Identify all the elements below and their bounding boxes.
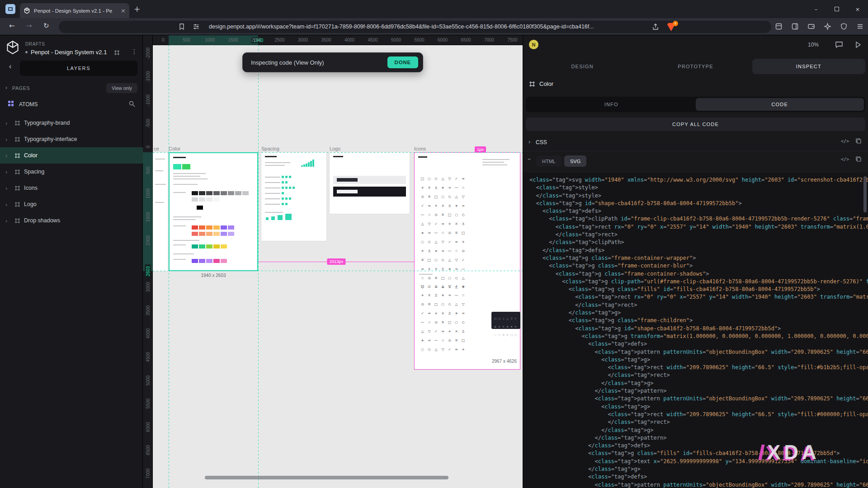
color-swatch <box>213 232 220 236</box>
frame-typography-partial[interactable] <box>153 152 168 271</box>
browser-menu-icon[interactable] <box>856 23 864 30</box>
bookmark-flag-icon[interactable] <box>178 23 185 30</box>
frame-logo[interactable] <box>330 152 410 214</box>
code-line: <class="tag">g class="frame-container-wr… <box>529 254 868 262</box>
code-icon[interactable]: </> <box>841 139 849 144</box>
color-swatch <box>199 232 205 236</box>
tab-close-icon[interactable]: × <box>121 7 126 14</box>
h-ruler-tick: 1000 <box>205 38 215 42</box>
chevron-right-icon[interactable]: › <box>5 136 11 143</box>
v-ruler-tick: 6000 <box>146 422 151 432</box>
icon-specimen-grid: □○◇△▽✓≡+×±∗∞—☆⊙¤□○◇△▽✓≡+×±∗∞—☆⊙¤□○◇△▽✓≡+… <box>419 281 467 353</box>
url-field[interactable]: design.penpot.app/#/workspace?team-id=f1… <box>59 21 771 33</box>
page-row-atoms[interactable]: ATOMS <box>0 99 143 111</box>
stroke-width-badge: 1px <box>475 146 486 153</box>
code-icon[interactable]: </> <box>841 157 849 162</box>
board-icon[interactable] <box>114 50 120 56</box>
frame-label-logo[interactable]: Logo <box>330 146 340 151</box>
format-tab-html[interactable]: HTML <box>536 155 561 167</box>
privacy-shield-icon[interactable] <box>840 23 848 30</box>
frame-color[interactable] <box>169 152 258 271</box>
horizontal-scrollbar[interactable] <box>205 476 448 479</box>
chevron-right-icon[interactable]: › <box>528 138 530 145</box>
chevron-right-icon[interactable]: › <box>5 201 11 208</box>
chevron-right-icon[interactable]: › <box>5 152 11 159</box>
code-line: <class="tag">defs> <box>529 473 868 481</box>
collapse-sidebar-icon[interactable]: ‹ <box>9 62 11 70</box>
site-controls-icon[interactable] <box>193 23 200 30</box>
frame-label-spacing[interactable]: Spacing <box>261 146 279 151</box>
chevron-down-icon[interactable]: › <box>526 158 533 160</box>
layer-row-spacing[interactable]: ›Spacing <box>0 164 143 180</box>
wallet-icon[interactable] <box>807 23 815 30</box>
comments-icon[interactable] <box>835 41 843 49</box>
pages-label[interactable]: PAGES <box>12 85 30 91</box>
chevron-right-icon[interactable]: › <box>5 185 11 192</box>
color-swatch <box>192 197 198 202</box>
frame-label-icons[interactable]: Icons <box>414 146 426 151</box>
browser-navbar: ← → ↻ design.penpot.app/#/workspace?team… <box>0 18 868 35</box>
layer-row-logo[interactable]: ›Logo <box>0 196 143 212</box>
chevron-right-icon[interactable]: › <box>5 169 11 175</box>
copy-all-code-button[interactable]: COPY ALL CODE <box>526 117 865 131</box>
layer-row-icons[interactable]: ›Icons <box>0 180 143 196</box>
chevron-right-icon[interactable]: › <box>5 120 11 127</box>
browser-workspaces-icon[interactable] <box>5 4 15 14</box>
frame-icons[interactable]: □○◇△▽✓≡+×±∗∞—☆⊙¤□○◇△▽✓≡+×±∗∞—☆⊙¤□○◇△▽✓≡+… <box>414 152 520 370</box>
color-swatch <box>213 197 220 202</box>
copy-icon[interactable] <box>855 138 862 144</box>
sidebar-panel-icon[interactable] <box>791 23 799 30</box>
board-icon <box>14 202 20 207</box>
avatar[interactable]: N <box>529 40 538 49</box>
horizontal-ruler: 1940 05001000150020002500300035004000450… <box>143 35 523 45</box>
back-icon[interactable]: ← <box>9 22 15 30</box>
url-text[interactable]: design.penpot.app/#/workspace?team-id=f1… <box>209 23 594 30</box>
css-section-row[interactable]: › CSS </> <box>523 136 868 148</box>
new-tab-button[interactable]: + <box>134 5 140 14</box>
copy-icon[interactable] <box>855 156 862 162</box>
h-ruler-tick: 1500 <box>228 38 238 42</box>
mode-tab-design[interactable]: DESIGN <box>526 59 639 74</box>
file-name-row[interactable]: Penpot - Design System v2.1 <box>25 49 107 56</box>
forward-icon[interactable]: → <box>26 22 32 30</box>
frame-spacing[interactable] <box>261 152 326 241</box>
chevron-right-icon[interactable]: › <box>5 84 7 91</box>
layer-row-color[interactable]: ›Color <box>0 147 143 164</box>
code-line: </class="tag">pattern> <box>529 387 868 395</box>
inspect-tab-info[interactable]: INFO <box>527 98 696 111</box>
kebab-menu-icon[interactable]: ⋮ <box>131 48 137 55</box>
search-icon[interactable] <box>128 100 136 108</box>
frame-label-partial[interactable]: ce <box>154 146 167 151</box>
window-minimize-button[interactable]: – <box>806 0 826 18</box>
inspect-panel: N 10% DESIGNPROTOTYPEINSPECT Color INFOC… <box>523 35 868 488</box>
sparkle-icon[interactable] <box>824 23 831 30</box>
h-ruler-tick: 5000 <box>391 38 401 42</box>
v-ruler-tick: 6500 <box>146 445 151 455</box>
code-line: <class="tag">clipPath id="frame-clip-cba… <box>529 215 868 223</box>
frame-label-color[interactable]: Color <box>169 146 180 151</box>
layers-header[interactable]: LAYERS <box>20 61 137 76</box>
reload-icon[interactable]: ↻ <box>43 22 49 30</box>
code-scrollbar[interactable] <box>863 176 867 212</box>
done-button[interactable]: DONE <box>387 56 418 68</box>
zoom-level[interactable]: 10% <box>808 42 819 48</box>
canvas[interactable]: ce Color 1940 x 2603 <box>143 35 523 488</box>
present-play-icon[interactable] <box>854 41 862 49</box>
share-icon[interactable] <box>652 23 659 30</box>
layer-label: Drop shadows <box>24 217 60 224</box>
mode-tab-inspect[interactable]: INSPECT <box>752 59 865 74</box>
color-swatch <box>173 164 181 169</box>
chevron-right-icon[interactable]: › <box>5 217 11 224</box>
layer-row-typography-interface[interactable]: ›Typography-interface <box>0 131 143 147</box>
inspect-tab-code[interactable]: CODE <box>696 98 864 111</box>
shield-badge: 9 <box>673 21 678 26</box>
penpot-logo-icon[interactable] <box>6 41 19 54</box>
layer-row-typography-brand[interactable]: ›Typography-brand <box>0 115 143 131</box>
format-tab-svg[interactable]: SVG <box>564 155 586 167</box>
extension-box-icon[interactable] <box>775 23 783 30</box>
window-close-button[interactable]: × <box>847 0 868 18</box>
layer-row-drop-shadows[interactable]: ›Drop shadows <box>0 212 143 229</box>
mode-tab-prototype[interactable]: PROTOTYPE <box>639 59 752 74</box>
browser-tab[interactable]: Penpot - Design System v2.1 - Pe × <box>20 3 129 18</box>
window-maximize-button[interactable] <box>826 0 847 18</box>
